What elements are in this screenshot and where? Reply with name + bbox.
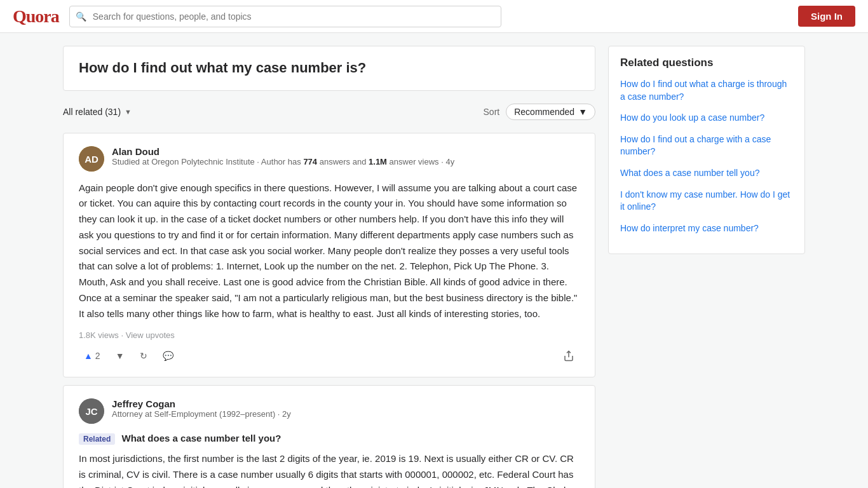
related-question-link[interactable]: What does a case number tell you? <box>620 167 793 180</box>
header: Quora 🔍 Sign In <box>0 0 868 33</box>
content-area: How do I find out what my case number is… <box>63 46 595 488</box>
avatar: AD <box>79 146 104 172</box>
upvote-button[interactable]: ▲ 2 <box>79 348 105 363</box>
bio-text: Attorney at Self-Employment (1992–presen… <box>112 409 291 419</box>
avatar-image: JC <box>79 398 104 424</box>
sort-area: Sort Recommended ▼ <box>484 104 595 120</box>
filters-bar: All related (31) ▼ Sort Recommended ▼ <box>63 96 595 128</box>
author-name[interactable]: Alan Doud <box>112 146 454 157</box>
comment-icon: 💬 <box>163 351 173 361</box>
related-question-link[interactable]: I don't know my case number. How do I ge… <box>620 189 793 214</box>
svg-text:JC: JC <box>85 406 97 417</box>
author-info: Jeffrey Cogan Attorney at Self-Employmen… <box>112 398 291 419</box>
sort-dropdown[interactable]: Recommended ▼ <box>506 104 595 120</box>
sign-in-button[interactable]: Sign In <box>798 6 855 27</box>
sort-label: Sort <box>484 107 500 117</box>
search-bar: 🔍 <box>69 6 501 27</box>
author-answers: 774 <box>303 157 317 166</box>
related-question-link[interactable]: How do you look up a case number? <box>620 112 793 125</box>
answer-actions: ▲ 2 ▼ ↻ 💬 <box>79 348 580 364</box>
share-button[interactable]: ↻ <box>135 348 153 363</box>
avatar: JC <box>79 398 104 424</box>
related-question-link[interactable]: How do I find out what a charge is throu… <box>620 78 793 103</box>
chevron-down-icon: ▼ <box>578 107 587 117</box>
bio-end: answer views · 4y <box>390 157 455 166</box>
answer-meta: 1.8K views · View upvotes <box>79 330 580 340</box>
answer-text: In most jurisdictions, the first number … <box>79 451 580 488</box>
upvote-icon: ▲ <box>84 351 93 361</box>
sort-selected: Recommended <box>514 107 574 117</box>
chevron-down-icon: ▼ <box>125 108 132 116</box>
answer-author: AD Alan Doud Studied at Oregon Polytechn… <box>79 146 580 172</box>
answer-author: JC Jeffrey Cogan Attorney at Self-Employ… <box>79 398 580 424</box>
downvote-icon: ▼ <box>116 351 125 361</box>
author-name[interactable]: Jeffrey Cogan <box>112 398 291 409</box>
question-title: How do I find out what my case number is… <box>79 59 580 78</box>
related-question-link[interactable]: What does a case number tell you? <box>122 433 281 444</box>
search-input[interactable] <box>69 6 501 27</box>
author-bio: Studied at Oregon Polytechnic Institute … <box>112 157 454 166</box>
author-bio: Attorney at Self-Employment (1992–presen… <box>112 409 291 419</box>
arrow-share-icon <box>563 350 574 362</box>
answer-text: Again people don't give enough specifics… <box>79 180 580 322</box>
bio-text: Studied at Oregon Polytechnic Institute … <box>112 157 301 166</box>
external-share-button[interactable] <box>558 348 580 364</box>
quora-logo: Quora <box>13 6 59 27</box>
author-views: 1.1M <box>369 157 387 166</box>
sidebar: Related questions How do I find out what… <box>608 46 805 488</box>
related-question-link[interactable]: How do I find out a charge with a case n… <box>620 133 793 158</box>
related-questions-title: Related questions <box>620 57 793 69</box>
share-icon: ↻ <box>140 351 147 361</box>
related-question-link[interactable]: How do interpret my case number? <box>620 222 793 235</box>
downvote-button[interactable]: ▼ <box>111 348 130 363</box>
related-question-row: Related What does a case number tell you… <box>79 433 580 445</box>
answer-card: JC Jeffrey Cogan Attorney at Self-Employ… <box>63 385 595 488</box>
upvote-count: 2 <box>95 351 100 361</box>
all-related-dropdown[interactable]: All related (31) ▼ <box>63 107 132 117</box>
author-info: Alan Doud Studied at Oregon Polytechnic … <box>112 146 454 166</box>
header-right: Sign In <box>798 6 855 27</box>
related-questions-box: Related questions How do I find out what… <box>608 46 805 254</box>
answer-card: AD Alan Doud Studied at Oregon Polytechn… <box>63 133 595 378</box>
svg-text:AD: AD <box>85 154 98 165</box>
main-layout: How do I find out what my case number is… <box>53 33 815 488</box>
all-related-label: All related (31) <box>63 107 121 117</box>
bio-mid: answers and <box>320 157 367 166</box>
question-box: How do I find out what my case number is… <box>63 46 595 91</box>
avatar-image: AD <box>79 146 104 172</box>
search-icon: 🔍 <box>76 11 86 22</box>
comment-button[interactable]: 💬 <box>158 348 179 363</box>
related-badge: Related <box>79 433 115 445</box>
